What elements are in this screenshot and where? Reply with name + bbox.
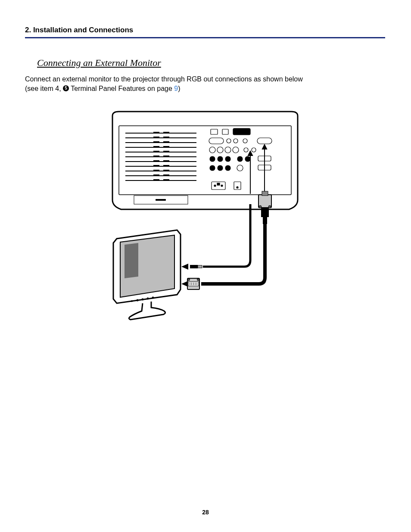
numbered-circle-icon: 5 [63,85,69,91]
svg-rect-24 [153,160,159,162]
svg-rect-22 [153,156,159,157]
section-header: 2. Installation and Connections [25,26,385,34]
svg-rect-65 [156,199,166,201]
svg-point-92 [131,300,133,302]
svg-marker-91 [125,243,138,278]
body-paragraph: Connect an external monitor to the proje… [25,75,385,93]
svg-rect-15 [163,137,169,138]
svg-rect-37 [209,138,224,144]
header-rule [25,37,385,38]
svg-rect-31 [163,174,169,176]
svg-rect-80 [198,265,202,268]
svg-point-95 [147,298,149,300]
svg-rect-62 [217,183,220,185]
svg-rect-75 [261,208,269,217]
svg-rect-35 [222,129,228,134]
page-number: 28 [0,509,411,516]
svg-rect-20 [153,151,159,152]
svg-rect-72 [262,191,268,196]
svg-rect-21 [163,151,169,152]
diagram-svg [104,109,306,329]
external-lcd-monitor [113,230,181,320]
svg-point-55 [218,165,223,171]
page-link[interactable]: 9 [174,85,178,92]
svg-point-60 [214,185,216,187]
vga-cable-connector [258,191,271,224]
svg-rect-41 [257,138,272,144]
para-line2b: Terminal Panel Features on page [69,85,174,92]
svg-point-48 [210,156,215,162]
svg-rect-30 [153,174,159,176]
svg-point-45 [233,147,239,153]
svg-point-46 [244,148,248,152]
svg-point-51 [237,156,243,162]
audio-cable [203,204,250,267]
svg-point-96 [152,297,154,299]
svg-rect-17 [163,141,169,143]
svg-rect-13 [163,132,169,134]
subheading: Connecting an External Monitor [37,57,385,68]
svg-rect-29 [163,170,169,171]
svg-rect-33 [163,179,169,181]
svg-point-39 [234,139,238,143]
vga-plug-monitor-side [187,278,199,289]
svg-point-56 [225,165,230,171]
svg-rect-34 [211,129,218,134]
svg-point-61 [221,185,223,187]
svg-point-42 [209,147,215,153]
svg-point-94 [142,299,144,301]
svg-rect-16 [153,141,159,143]
para-line2a: (see item 4, [25,85,63,92]
svg-point-64 [237,187,238,188]
svg-point-93 [137,299,139,302]
vga-cable [201,224,265,284]
svg-rect-19 [163,146,169,148]
svg-rect-26 [153,165,159,167]
svg-point-44 [225,147,231,153]
svg-rect-32 [153,179,159,181]
svg-rect-14 [153,137,159,138]
svg-point-50 [225,156,230,162]
svg-rect-27 [163,165,169,167]
svg-rect-23 [163,156,169,157]
para-line1: Connect an external monitor to the proje… [25,75,303,83]
para-line2c: ) [178,85,180,92]
svg-point-43 [217,147,223,153]
svg-point-88 [188,279,190,281]
svg-rect-28 [153,170,159,171]
svg-rect-25 [163,160,169,162]
svg-point-57 [237,165,243,171]
svg-point-49 [218,156,223,162]
connection-diagram [25,109,385,331]
svg-marker-77 [181,264,188,270]
svg-point-38 [227,139,231,143]
svg-rect-36 [233,128,250,135]
svg-point-47 [252,148,256,152]
audio-plug [190,265,202,268]
svg-rect-79 [190,265,198,268]
svg-point-40 [243,139,247,143]
svg-rect-18 [153,146,159,148]
svg-point-89 [197,279,199,281]
svg-point-54 [210,165,215,171]
svg-rect-76 [263,217,267,224]
svg-point-52 [245,156,250,162]
svg-rect-12 [153,132,159,134]
